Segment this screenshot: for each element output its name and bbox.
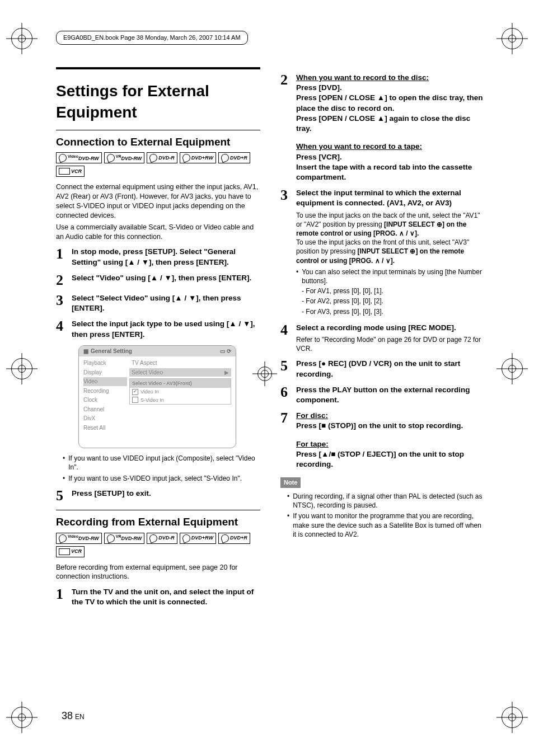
badge-dvd-plus-rw: DVD+RW <box>180 152 216 163</box>
step-r2: 2 When you want to record to the disc: P… <box>280 73 485 182</box>
heading-record-to-tape: When you want to record to a tape: <box>296 142 422 151</box>
badge-dvd-rw-vr: VRDVD-RW <box>104 152 145 163</box>
registration-mark-icon <box>11 358 32 379</box>
registration-mark-icon <box>502 28 523 49</box>
badge-dvd-r: DVD-R <box>147 152 177 163</box>
badge-dvd-rw-vr: VRDVD-RW <box>104 533 145 544</box>
osd-item-reset-all: Reset All <box>83 424 127 433</box>
step-2: 2 Select "Video" using [▲ / ▼], then pre… <box>56 273 260 288</box>
intro-para-2: Use a commercially available Scart, S-Vi… <box>56 223 260 242</box>
left-column: Settings for External Equipment Connecti… <box>56 67 260 610</box>
badge-dvd-rw-video: VideoDVD-RW <box>56 533 102 544</box>
osd-menu-general-setting: ▦General Setting ▭ ⟳ Playback Display Vi… <box>78 345 236 449</box>
registration-mark-icon <box>502 358 523 379</box>
osd-row-select-video: Select Video▶ <box>129 368 231 377</box>
heading-record-to-disc: When you want to record to the disc: <box>296 73 429 82</box>
section-b-intro: Before recording from external equipment… <box>56 563 260 582</box>
osd-item-clock: Clock <box>83 396 127 405</box>
badge-dvd-r: DVD-R <box>147 533 177 544</box>
registration-mark-icon <box>11 707 32 728</box>
step-r5: 5 Press [● REC] (DVD / VCR) on the unit … <box>280 359 485 379</box>
chevron-right-icon: ▶ <box>224 369 229 377</box>
bullet-s-video-in: If you want to use S-VIDEO input jack, s… <box>63 474 260 483</box>
section-title-connection: Connection to External Equipment <box>56 135 260 149</box>
step-b1: 1 Turn the TV and the unit on, and selec… <box>56 587 260 607</box>
page-header-meta: E9GA0BD_EN.book Page 38 Monday, March 26… <box>56 31 248 45</box>
note-2: If you want to monitor the programme tha… <box>287 511 485 539</box>
right-column: 2 When you want to record to the disc: P… <box>280 67 485 610</box>
heading-for-disc: For disc: <box>296 411 328 420</box>
page: E9GA0BD_EN.book Page 38 Monday, March 26… <box>0 0 534 756</box>
step-3: 3 Select "Select Video" using [▲ / ▼], t… <box>56 293 260 313</box>
registration-mark-icon <box>257 367 272 381</box>
osd-submenu-select-video: Select Video - AV3(Front) ✔Video In S-Vi… <box>129 378 231 404</box>
osd-row-tv-aspect: TV Aspect <box>129 359 231 368</box>
osd-left-menu: Playback Display Video Recording Clock C… <box>79 356 127 434</box>
section-title-recording: Recording from External Equipment <box>56 515 260 529</box>
osd-option-video-in: ✔Video In <box>130 388 231 396</box>
heading-for-tape: For tape: <box>296 440 329 448</box>
osd-item-channel: Channel <box>83 405 127 414</box>
osd-item-recording: Recording <box>83 387 127 396</box>
badge-dvd-plus-r: DVD+R <box>218 533 250 544</box>
step-4: 4 Select the input jack type to be used … <box>56 319 260 339</box>
registration-mark-icon <box>11 28 32 49</box>
badge-dvd-rw-video: VideoDVD-RW <box>56 152 102 163</box>
intro-para-1: Connect the external equipment using eit… <box>56 182 260 220</box>
media-badges-b: VideoDVD-RW VRDVD-RW DVD-R DVD+RW DVD+R … <box>56 533 260 557</box>
osd-item-playback: Playback <box>83 359 127 368</box>
step-5: 5 Press [SETUP] to exit. <box>56 489 260 503</box>
osd-item-divx: DivX <box>83 414 127 423</box>
badge-vcr: VCR <box>56 546 85 557</box>
badge-vcr: VCR <box>56 166 85 177</box>
osd-option-s-video-in: S-Video In <box>130 396 231 404</box>
osd-item-video: Video <box>83 377 127 386</box>
header-icons: ▭ ⟳ <box>220 348 231 355</box>
registration-mark-icon <box>502 707 523 728</box>
note-label: Note <box>280 477 301 488</box>
step-r4: 4 Select a recording mode using [REC MOD… <box>280 323 485 354</box>
osd-right-pane: TV Aspect Select Video▶ Select Video - A… <box>127 356 236 434</box>
checkbox-unchecked-icon <box>132 397 138 403</box>
step-1: 1 In stop mode, press [SETUP]. Select "G… <box>56 247 260 267</box>
step-r6: 6 Press the PLAY button on the external … <box>280 385 485 405</box>
menu-icon: ▦ <box>83 348 88 355</box>
main-title: Settings for External Equipment <box>56 81 260 123</box>
osd-menu-header: ▦General Setting ▭ ⟳ <box>79 346 236 357</box>
media-badges: VideoDVD-RW VRDVD-RW DVD-R DVD+RW DVD+R … <box>56 152 260 177</box>
page-number: 38EN <box>62 709 85 722</box>
bullet-video-in: If you want to use VIDEO input jack (Com… <box>63 454 260 472</box>
note-1: During recording, if a signal other than… <box>287 492 485 510</box>
checkbox-checked-icon: ✔ <box>132 389 138 395</box>
osd-item-display: Display <box>83 368 127 377</box>
badge-dvd-plus-r: DVD+R <box>218 152 250 163</box>
step-r7: 7 For disc: Press [■ (STOP)] on the unit… <box>280 411 485 469</box>
badge-dvd-plus-rw: DVD+RW <box>180 533 216 544</box>
step-r3: 3 Select the input terminal to which the… <box>280 188 485 317</box>
